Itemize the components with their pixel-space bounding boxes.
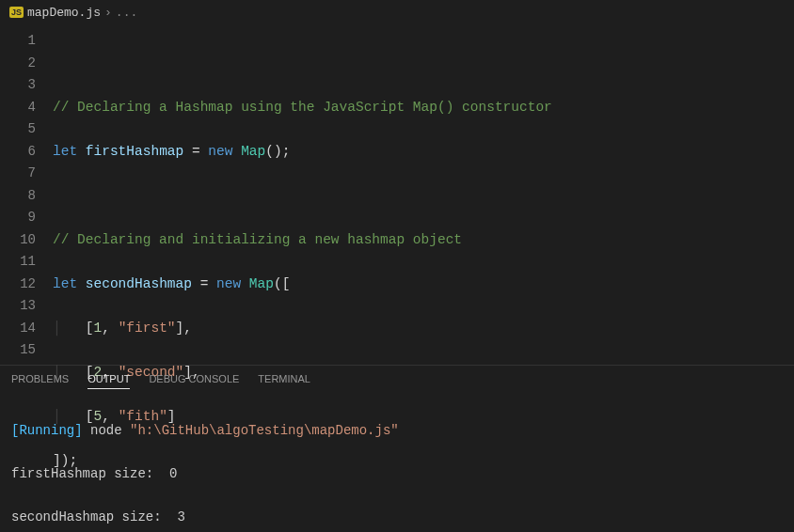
output-text: firstHashmap size: 0 <box>11 466 177 481</box>
output-status-running: [Running] <box>11 423 83 438</box>
code-line[interactable] <box>53 53 794 75</box>
breadcrumb-filename[interactable]: mapDemo.js <box>27 6 101 20</box>
token-variable: secondHashmap <box>86 276 192 291</box>
code-line[interactable]: let secondHashmap = new Map([ <box>53 274 794 296</box>
token-class: Map <box>241 144 265 159</box>
token-punct: , <box>102 321 118 336</box>
code-editor[interactable]: 1 2 3 4 5 6 7 8 9 10 11 12 13 14 15 // D… <box>0 24 794 365</box>
token-punct: [ <box>86 321 94 336</box>
line-number: 13 <box>0 295 36 318</box>
token-punct: ], <box>176 321 192 336</box>
token-punct: = <box>183 144 208 159</box>
indent-guide: │ <box>53 321 86 336</box>
line-number: 3 <box>0 74 36 97</box>
code-area[interactable]: // Declaring a Hashmap using the JavaScr… <box>53 24 794 365</box>
token-punct: (); <box>265 144 290 159</box>
breadcrumb[interactable]: JS mapDemo.js › ... <box>0 0 794 24</box>
tab-debug-console[interactable]: DEBUG CONSOLE <box>149 373 239 389</box>
code-line[interactable]: let firstHashmap = new Map(); <box>53 141 794 164</box>
tab-terminal[interactable]: TERMINAL <box>258 373 310 389</box>
line-number: 14 <box>0 318 36 340</box>
line-number: 8 <box>0 185 36 208</box>
code-line[interactable]: // Declaring and initializing a new hash… <box>53 229 794 252</box>
line-number: 12 <box>0 274 36 296</box>
token-number: 1 <box>94 321 103 336</box>
token-class: Map <box>249 276 274 291</box>
code-line[interactable]: // Declaring a Hashmap using the JavaScr… <box>53 97 794 119</box>
line-number: 1 <box>0 30 36 53</box>
chevron-right-icon: › <box>104 6 112 20</box>
line-number: 5 <box>0 118 36 141</box>
line-number: 9 <box>0 207 36 229</box>
comment: // Declaring a Hashmap using the JavaScr… <box>53 100 552 115</box>
token-keyword: new <box>208 144 232 159</box>
tab-problems[interactable]: PROBLEMS <box>11 373 69 389</box>
token-string: "first" <box>119 321 176 336</box>
token-variable: firstHashmap <box>86 144 183 159</box>
code-line[interactable]: │ [1, "first"], <box>53 318 794 340</box>
token-punct: = <box>192 276 216 291</box>
line-number: 10 <box>0 229 36 252</box>
line-number: 4 <box>0 97 36 119</box>
js-file-icon: JS <box>9 7 24 18</box>
line-number: 7 <box>0 163 36 185</box>
breadcrumb-more[interactable]: ... <box>116 6 137 20</box>
line-number: 11 <box>0 251 36 274</box>
token-punct: ([ <box>274 276 290 291</box>
output-text: secondHashmap size: 3 <box>11 509 185 524</box>
token-keyword: let <box>53 276 77 291</box>
line-number: 6 <box>0 141 36 164</box>
line-number: 2 <box>0 53 36 75</box>
comment: // Declaring and initializing a new hash… <box>53 232 462 247</box>
token-keyword: let <box>53 144 77 159</box>
code-line[interactable] <box>53 185 794 208</box>
tab-output[interactable]: OUTPUT <box>87 373 130 389</box>
output-text: node <box>83 423 130 438</box>
token-keyword: new <box>216 276 241 291</box>
line-number-gutter: 1 2 3 4 5 6 7 8 9 10 11 12 13 14 15 <box>0 24 53 365</box>
line-number: 15 <box>0 339 36 362</box>
output-path: "h:\GitHub\algoTesting\mapDemo.js" <box>130 423 399 438</box>
